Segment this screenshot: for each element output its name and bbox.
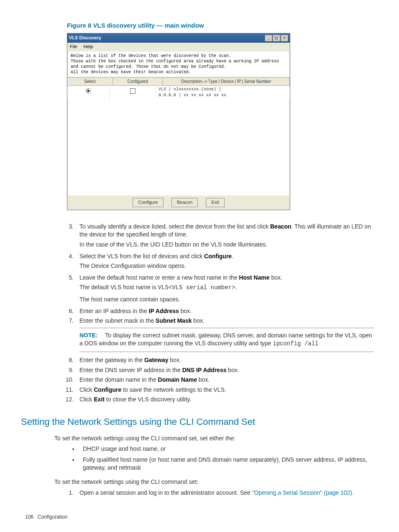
col-configured: Configured xyxy=(113,78,163,85)
step-5: Leave the default host name or enter a n… xyxy=(75,274,374,304)
section-intro: To set the network settings using the CL… xyxy=(54,434,374,443)
note-box: NOTE: To display the correct subnet mask… xyxy=(79,328,374,352)
radio-icon[interactable] xyxy=(86,88,91,93)
row-description: VLS | vlsxxxxxxx.(none) | 0.0.0.0 | xx x… xyxy=(156,86,290,99)
page-number: 106 xyxy=(25,514,33,520)
window-controls: _ ▢ × xyxy=(264,35,288,41)
step-11: Click Configure to save the network sett… xyxy=(75,386,374,394)
exit-button[interactable]: Exit xyxy=(206,198,224,207)
minimize-icon[interactable]: _ xyxy=(265,35,272,41)
button-row: Configure Beacon Exit xyxy=(67,195,290,209)
configure-button[interactable]: Configure xyxy=(133,198,164,207)
cli-step-1: Open a serial session and log in to the … xyxy=(75,489,374,497)
menu-file[interactable]: File xyxy=(70,44,77,49)
discovery-window: VLS Discovery _ ▢ × File Help Below is a… xyxy=(67,33,290,210)
step-4: Select the VLS from the list of devices … xyxy=(75,252,374,270)
step-7: Enter the subnet mask in the Subnet Mask… xyxy=(75,317,374,352)
close-icon[interactable]: × xyxy=(281,35,288,41)
step-9: Enter the DNS server IP address in the D… xyxy=(75,366,374,375)
bullet-2: Fully qualified host name (or host name … xyxy=(79,456,374,472)
step-6: Enter an IP address in the IP Address bo… xyxy=(75,307,374,316)
serial-session-link[interactable]: "Opening a Serial Session" (page 102) xyxy=(252,489,352,496)
table-header: Select Configured Description--> Type | … xyxy=(67,77,290,86)
menu-help[interactable]: Help xyxy=(84,44,93,49)
table-row[interactable]: VLS | vlsxxxxxxx.(none) | 0.0.0.0 | xx x… xyxy=(67,86,290,99)
chapter-name: Configuration xyxy=(38,514,67,520)
window-title: VLS Discovery xyxy=(69,35,101,41)
table-empty-area xyxy=(68,99,289,195)
beacon-button[interactable]: Beacon xyxy=(171,198,198,207)
menubar: File Help xyxy=(67,43,290,51)
checkbox-icon[interactable] xyxy=(130,88,136,94)
intro-text: Below is a list of the devices that were… xyxy=(68,51,289,77)
step-3: To visually identify a device listed, se… xyxy=(75,223,374,249)
bullet-1: DHCP usage and host name, or xyxy=(79,445,374,453)
note-label: NOTE: xyxy=(79,332,98,339)
titlebar: VLS Discovery _ ▢ × xyxy=(67,33,290,43)
step-12: Click Exit to close the VLS discovery ut… xyxy=(75,396,374,404)
section-intro2: To set the network settings using the CL… xyxy=(54,478,374,486)
section-heading: Setting the Network Settings using the C… xyxy=(21,416,374,429)
col-select: Select xyxy=(67,78,113,85)
steps-list: To visually identify a device listed, se… xyxy=(59,223,374,404)
bullet-list: DHCP usage and host name, or Fully quali… xyxy=(62,445,374,472)
restore-icon[interactable]: ▢ xyxy=(273,35,280,41)
figure-caption: Figure 8 VLS discovery utility — main wi… xyxy=(67,21,374,30)
step-8: Enter the gateway in the Gateway box. xyxy=(75,356,374,365)
page-footer: 106 Configuration xyxy=(25,514,374,521)
step-10: Enter the domain name in the Domain Name… xyxy=(75,376,374,384)
cli-steps: Open a serial session and log in to the … xyxy=(59,489,374,497)
col-description: Description--> Type | Device | IP | Seri… xyxy=(163,78,290,85)
